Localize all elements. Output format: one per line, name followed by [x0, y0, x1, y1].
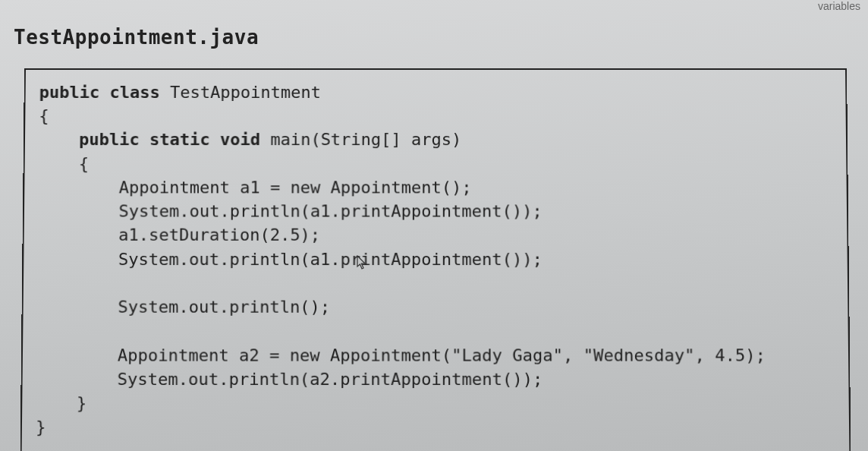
code-line: System.out.println(a1.printAppointment()… [37, 250, 542, 269]
code-listing: public class TestAppointment { public st… [36, 80, 835, 440]
brace-close-main: } [36, 393, 86, 412]
brace-open-main: { [39, 154, 90, 173]
code-line: Appointment a2 = new Appointment("Lady G… [36, 345, 766, 364]
class-name: TestAppointment [160, 83, 321, 102]
keyword-public-static-void: public static void [39, 131, 260, 150]
code-listing-frame: public class TestAppointment { public st… [20, 68, 851, 451]
code-line: Appointment a1 = new Appointment(); [38, 178, 471, 197]
keyword-public-class: public class [39, 83, 160, 102]
main-signature: main(String[] args) [260, 131, 461, 150]
file-name-heading: TestAppointment.java [14, 26, 259, 49]
code-line: System.out.println(); [37, 298, 331, 317]
code-line: System.out.println(a1.printAppointment()… [38, 202, 542, 221]
code-line: System.out.println(a2.printAppointment()… [36, 370, 543, 389]
brace-close-class: } [36, 418, 46, 437]
corner-label: variables [818, 0, 860, 12]
brace-open-class: { [39, 106, 49, 125]
code-line: a1.setDuration(2.5); [38, 226, 321, 244]
